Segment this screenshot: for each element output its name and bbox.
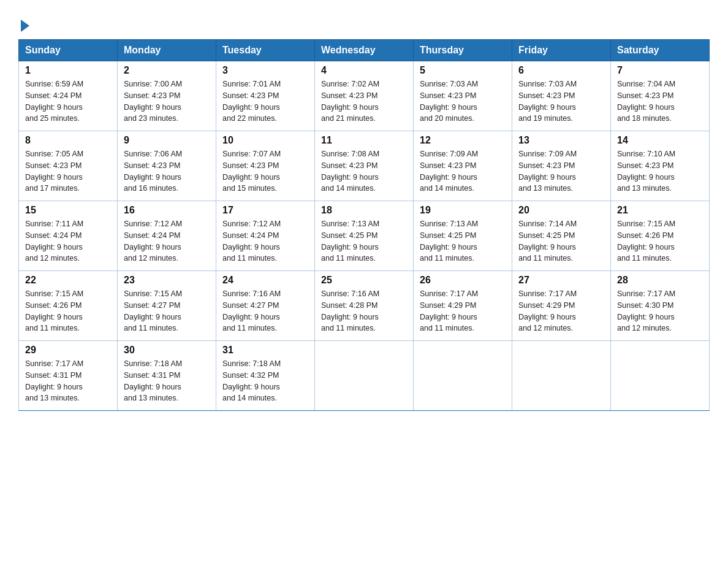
page-header: [18, 12, 710, 28]
col-header-thursday: Thursday: [414, 40, 512, 61]
day-info: Sunrise: 7:11 AMSunset: 4:24 PMDaylight:…: [25, 218, 111, 264]
calendar-cell: 24 Sunrise: 7:16 AMSunset: 4:27 PMDaylig…: [216, 271, 315, 341]
day-number: 10: [222, 135, 308, 146]
day-number: 2: [124, 65, 210, 76]
day-info: Sunrise: 7:16 AMSunset: 4:28 PMDaylight:…: [321, 288, 407, 334]
day-info: Sunrise: 7:03 AMSunset: 4:23 PMDaylight:…: [420, 79, 506, 124]
day-info: Sunrise: 7:18 AMSunset: 4:32 PMDaylight:…: [222, 358, 308, 404]
day-info: Sunrise: 7:13 AMSunset: 4:25 PMDaylight:…: [321, 218, 407, 264]
calendar-cell: 26 Sunrise: 7:17 AMSunset: 4:29 PMDaylig…: [414, 271, 512, 341]
day-number: 4: [321, 65, 407, 76]
day-info: Sunrise: 7:03 AMSunset: 4:23 PMDaylight:…: [518, 79, 604, 124]
col-header-wednesday: Wednesday: [315, 40, 414, 61]
calendar-cell: [512, 341, 611, 411]
day-info: Sunrise: 7:13 AMSunset: 4:25 PMDaylight:…: [420, 218, 506, 264]
day-number: 14: [617, 135, 703, 146]
calendar-cell: 27 Sunrise: 7:17 AMSunset: 4:29 PMDaylig…: [512, 271, 611, 341]
day-number: 27: [518, 275, 604, 286]
day-number: 29: [25, 345, 111, 356]
day-number: 11: [321, 135, 407, 146]
day-info: Sunrise: 7:18 AMSunset: 4:31 PMDaylight:…: [124, 358, 210, 404]
col-header-tuesday: Tuesday: [216, 40, 315, 61]
day-info: Sunrise: 7:05 AMSunset: 4:23 PMDaylight:…: [25, 148, 111, 194]
calendar-week-row: 8 Sunrise: 7:05 AMSunset: 4:23 PMDayligh…: [19, 131, 710, 201]
day-number: 22: [25, 275, 111, 286]
calendar-cell: 1 Sunrise: 6:59 AMSunset: 4:24 PMDayligh…: [19, 61, 118, 131]
calendar-cell: 5 Sunrise: 7:03 AMSunset: 4:23 PMDayligh…: [414, 61, 512, 131]
day-number: 13: [518, 135, 604, 146]
calendar-cell: 4 Sunrise: 7:02 AMSunset: 4:23 PMDayligh…: [315, 61, 414, 131]
day-number: 6: [518, 65, 604, 76]
day-number: 3: [222, 65, 308, 76]
day-info: Sunrise: 7:10 AMSunset: 4:23 PMDaylight:…: [617, 148, 703, 194]
calendar-table: SundayMondayTuesdayWednesdayThursdayFrid…: [18, 39, 710, 411]
day-number: 20: [518, 205, 604, 216]
calendar-cell: 18 Sunrise: 7:13 AMSunset: 4:25 PMDaylig…: [315, 201, 414, 271]
logo: [18, 12, 29, 28]
logo-arrow-icon: [21, 20, 29, 32]
day-number: 15: [25, 205, 111, 216]
day-number: 1: [25, 65, 111, 76]
day-number: 24: [222, 275, 308, 286]
calendar-cell: 29 Sunrise: 7:17 AMSunset: 4:31 PMDaylig…: [19, 341, 118, 411]
day-info: Sunrise: 7:17 AMSunset: 4:31 PMDaylight:…: [25, 358, 111, 404]
calendar-cell: [414, 341, 512, 411]
calendar-cell: 16 Sunrise: 7:12 AMSunset: 4:24 PMDaylig…: [118, 201, 216, 271]
day-number: 8: [25, 135, 111, 146]
calendar-cell: [315, 341, 414, 411]
day-info: Sunrise: 7:12 AMSunset: 4:24 PMDaylight:…: [124, 218, 210, 264]
day-number: 16: [124, 205, 210, 216]
calendar-cell: 28 Sunrise: 7:17 AMSunset: 4:30 PMDaylig…: [611, 271, 710, 341]
calendar-week-row: 1 Sunrise: 6:59 AMSunset: 4:24 PMDayligh…: [19, 61, 710, 131]
calendar-cell: 30 Sunrise: 7:18 AMSunset: 4:31 PMDaylig…: [118, 341, 216, 411]
calendar-cell: 19 Sunrise: 7:13 AMSunset: 4:25 PMDaylig…: [414, 201, 512, 271]
calendar-cell: 20 Sunrise: 7:14 AMSunset: 4:25 PMDaylig…: [512, 201, 611, 271]
day-info: Sunrise: 7:17 AMSunset: 4:29 PMDaylight:…: [420, 288, 506, 334]
calendar-cell: 2 Sunrise: 7:00 AMSunset: 4:23 PMDayligh…: [118, 61, 216, 131]
day-info: Sunrise: 7:17 AMSunset: 4:30 PMDaylight:…: [617, 288, 703, 334]
day-number: 7: [617, 65, 703, 76]
calendar-cell: 23 Sunrise: 7:15 AMSunset: 4:27 PMDaylig…: [118, 271, 216, 341]
calendar-cell: 31 Sunrise: 7:18 AMSunset: 4:32 PMDaylig…: [216, 341, 315, 411]
calendar-cell: 7 Sunrise: 7:04 AMSunset: 4:23 PMDayligh…: [611, 61, 710, 131]
calendar-cell: 22 Sunrise: 7:15 AMSunset: 4:26 PMDaylig…: [19, 271, 118, 341]
day-info: Sunrise: 7:07 AMSunset: 4:23 PMDaylight:…: [222, 148, 308, 194]
calendar-header-row: SundayMondayTuesdayWednesdayThursdayFrid…: [19, 40, 710, 61]
calendar-week-row: 29 Sunrise: 7:17 AMSunset: 4:31 PMDaylig…: [19, 341, 710, 411]
day-number: 31: [222, 345, 308, 356]
day-info: Sunrise: 7:15 AMSunset: 4:26 PMDaylight:…: [25, 288, 111, 334]
day-number: 18: [321, 205, 407, 216]
calendar-week-row: 15 Sunrise: 7:11 AMSunset: 4:24 PMDaylig…: [19, 201, 710, 271]
day-info: Sunrise: 7:00 AMSunset: 4:23 PMDaylight:…: [124, 79, 210, 124]
col-header-sunday: Sunday: [19, 40, 118, 61]
col-header-monday: Monday: [118, 40, 216, 61]
day-info: Sunrise: 7:17 AMSunset: 4:29 PMDaylight:…: [518, 288, 604, 334]
day-number: 23: [124, 275, 210, 286]
day-number: 30: [124, 345, 210, 356]
day-info: Sunrise: 7:15 AMSunset: 4:27 PMDaylight:…: [124, 288, 210, 334]
day-number: 25: [321, 275, 407, 286]
calendar-cell: 6 Sunrise: 7:03 AMSunset: 4:23 PMDayligh…: [512, 61, 611, 131]
day-info: Sunrise: 7:01 AMSunset: 4:23 PMDaylight:…: [222, 79, 308, 124]
calendar-cell: 10 Sunrise: 7:07 AMSunset: 4:23 PMDaylig…: [216, 131, 315, 201]
calendar-cell: 8 Sunrise: 7:05 AMSunset: 4:23 PMDayligh…: [19, 131, 118, 201]
day-info: Sunrise: 7:02 AMSunset: 4:23 PMDaylight:…: [321, 79, 407, 124]
calendar-cell: 17 Sunrise: 7:12 AMSunset: 4:24 PMDaylig…: [216, 201, 315, 271]
calendar-week-row: 22 Sunrise: 7:15 AMSunset: 4:26 PMDaylig…: [19, 271, 710, 341]
calendar-cell: 12 Sunrise: 7:09 AMSunset: 4:23 PMDaylig…: [414, 131, 512, 201]
calendar-cell: 3 Sunrise: 7:01 AMSunset: 4:23 PMDayligh…: [216, 61, 315, 131]
day-number: 21: [617, 205, 703, 216]
calendar-cell: 11 Sunrise: 7:08 AMSunset: 4:23 PMDaylig…: [315, 131, 414, 201]
col-header-saturday: Saturday: [611, 40, 710, 61]
day-number: 19: [420, 205, 506, 216]
day-info: Sunrise: 7:14 AMSunset: 4:25 PMDaylight:…: [518, 218, 604, 264]
calendar-cell: 15 Sunrise: 7:11 AMSunset: 4:24 PMDaylig…: [19, 201, 118, 271]
calendar-cell: 13 Sunrise: 7:09 AMSunset: 4:23 PMDaylig…: [512, 131, 611, 201]
calendar-cell: 14 Sunrise: 7:10 AMSunset: 4:23 PMDaylig…: [611, 131, 710, 201]
day-number: 17: [222, 205, 308, 216]
day-info: Sunrise: 7:04 AMSunset: 4:23 PMDaylight:…: [617, 79, 703, 124]
day-number: 12: [420, 135, 506, 146]
day-info: Sunrise: 7:09 AMSunset: 4:23 PMDaylight:…: [420, 148, 506, 194]
day-number: 26: [420, 275, 506, 286]
day-number: 28: [617, 275, 703, 286]
